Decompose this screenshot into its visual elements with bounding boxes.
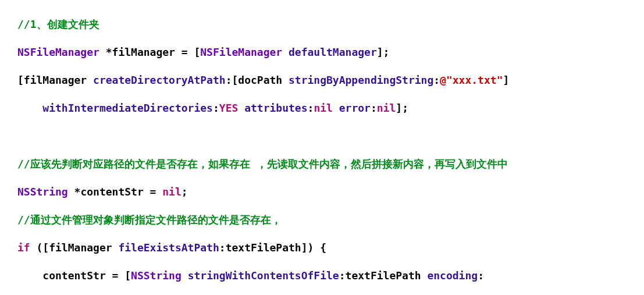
code-line: [filManager createDirectoryAtPath:[docPa…: [0, 73, 644, 87]
code-line: NSFileManager *filManager = [NSFileManag…: [0, 45, 644, 59]
code-text: *contentStr =: [68, 186, 163, 198]
method-name: defaultManager: [289, 46, 377, 58]
keyword: if: [17, 241, 30, 254]
code-text: ([filManager: [30, 241, 119, 254]
type-name: NSFileManager: [200, 46, 282, 58]
code-line: //应该先判断对应路径的文件是否存在，如果存在 ，先读取文件内容，然后拼接新内容…: [0, 157, 644, 171]
code-text: :textFilePath]) {: [219, 241, 326, 254]
comment-text: //应该先判断对应路径的文件是否存在，如果存在 ，先读取文件内容，然后拼接新内容…: [17, 158, 508, 170]
code-text: :: [308, 102, 314, 114]
method-name: encoding: [427, 269, 478, 282]
code-text: :: [213, 102, 219, 114]
code-text: ;: [182, 186, 188, 198]
method-name: attributes: [244, 102, 307, 114]
code-text: :: [371, 102, 377, 114]
string-literal: @"xxx.txt": [440, 74, 503, 86]
code-text: :: [478, 269, 484, 282]
type-name: NSString: [17, 186, 68, 198]
code-text: :[docPath: [226, 74, 289, 86]
code-line: NSString *contentStr = nil;: [0, 185, 644, 199]
keyword: nil: [162, 186, 182, 198]
keyword: nil: [377, 102, 396, 114]
code-text: ]: [503, 74, 509, 86]
code-text: :textFilePath: [339, 269, 428, 282]
code-text: [333, 102, 339, 114]
code-text: [182, 269, 188, 282]
comment-text: //通过文件管理对象判断指定文件路径的文件是否存在，: [17, 214, 282, 226]
method-name: stringByAppendingString: [289, 74, 433, 86]
comment-text: //1、创建文件夹: [17, 18, 99, 30]
method-name: stringWithContentsOfFile: [188, 269, 339, 282]
type-name: NSString: [131, 269, 182, 282]
code-text: [238, 102, 244, 114]
code-line: //通过文件管理对象判断指定文件路径的文件是否存在，: [0, 213, 644, 227]
code-text: ];: [396, 102, 408, 114]
method-name: error: [339, 102, 371, 114]
code-line: //1、创建文件夹: [0, 17, 644, 31]
method-name: withIntermediateDirectories: [42, 102, 213, 114]
keyword: YES: [219, 102, 239, 114]
code-text: :: [433, 74, 440, 86]
code-line: contentStr = [NSString stringWithContent…: [0, 269, 644, 283]
method-name: fileExistsAtPath: [118, 241, 219, 254]
keyword: nil: [314, 102, 333, 114]
code-line: withIntermediateDirectories:YES attribut…: [0, 101, 644, 115]
method-name: createDirectoryAtPath: [93, 74, 226, 86]
code-text: contentStr = [: [17, 269, 131, 282]
code-text: [282, 46, 289, 58]
code-block: //1、创建文件夹 NSFileManager *filManager = [N…: [0, 0, 644, 295]
code-line: if ([filManager fileExistsAtPath:textFil…: [0, 241, 644, 255]
blank-line: [0, 129, 644, 143]
code-text: *filManager = [: [99, 46, 200, 58]
code-text: [filManager: [17, 74, 93, 86]
code-text: ];: [377, 46, 390, 58]
type-name: NSFileManager: [17, 46, 99, 58]
